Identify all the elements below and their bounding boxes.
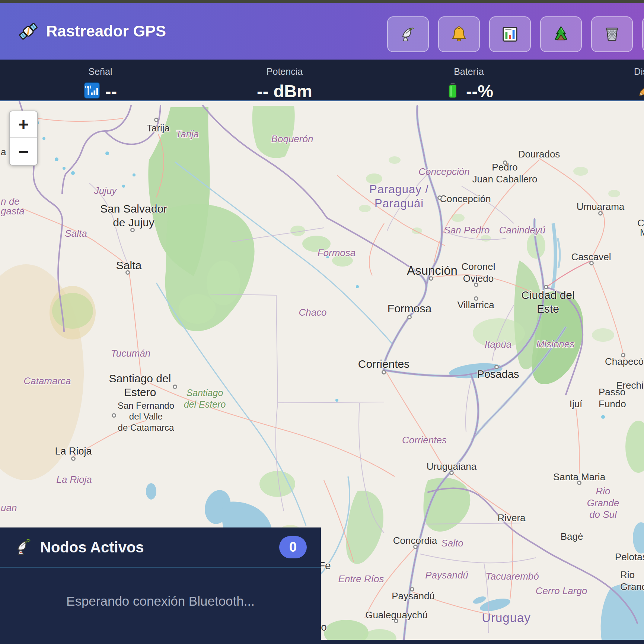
stat-senal-label: Señal xyxy=(89,66,112,77)
app-header: Rastreador GPS xyxy=(0,3,644,60)
app-title: Rastreador GPS xyxy=(46,22,166,40)
stat-distancia: Distancia -- xyxy=(561,60,644,101)
telemetry-bar: Señal -- Potencia xyxy=(0,60,644,101)
app-window: TarijaTarijaBoquerónDouradosConcepciónPe… xyxy=(0,0,644,644)
satellite-dish-button[interactable] xyxy=(387,16,429,52)
stat-bateria-label: Batería xyxy=(454,66,484,77)
satellite-dish-icon xyxy=(14,538,32,556)
stat-bateria: Batería --% xyxy=(377,60,561,101)
stat-potencia-label: Potencia xyxy=(267,66,303,77)
bell-button[interactable] xyxy=(438,16,480,52)
partial-button[interactable] xyxy=(642,16,644,52)
zoom-out-button[interactable]: − xyxy=(10,138,37,165)
brand: Rastreador GPS xyxy=(17,20,166,42)
wastebasket-icon xyxy=(604,26,620,42)
active-nodes-panel: Nodos Activos 0 Esperando conexión Bluet… xyxy=(0,527,321,644)
active-nodes-title: Nodos Activos xyxy=(40,539,144,556)
bar-chart-icon xyxy=(501,26,519,43)
signal-bars-icon xyxy=(84,82,100,99)
stat-senal: Señal -- xyxy=(8,60,192,101)
bluetooth-waiting-message: Esperando conexión Bluetooth... xyxy=(0,594,321,609)
evergreen-tree-icon xyxy=(552,26,570,43)
zoom-in-button[interactable]: + xyxy=(10,111,37,138)
bell-icon xyxy=(450,26,468,43)
window-top-strip xyxy=(0,0,644,3)
stat-potencia-value: -- dBm xyxy=(257,82,312,100)
satellite-dish-icon xyxy=(399,25,417,43)
bar-chart-button[interactable] xyxy=(489,16,531,52)
trash-button[interactable] xyxy=(591,16,633,52)
satellite-icon xyxy=(17,20,39,42)
stat-senal-value: -- xyxy=(105,82,117,100)
active-nodes-header: Nodos Activos 0 xyxy=(0,527,321,568)
stat-bateria-value: --% xyxy=(466,82,493,100)
map-zoom-control: + − xyxy=(9,111,38,166)
stat-distancia-label: Distancia xyxy=(634,66,644,77)
node-count-badge: 0 xyxy=(279,536,307,558)
stat-potencia: Potencia -- dBm xyxy=(192,60,377,101)
toolbar xyxy=(387,16,644,52)
pencil-icon xyxy=(637,82,644,99)
battery-icon xyxy=(444,82,461,99)
tree-button[interactable] xyxy=(540,16,582,52)
